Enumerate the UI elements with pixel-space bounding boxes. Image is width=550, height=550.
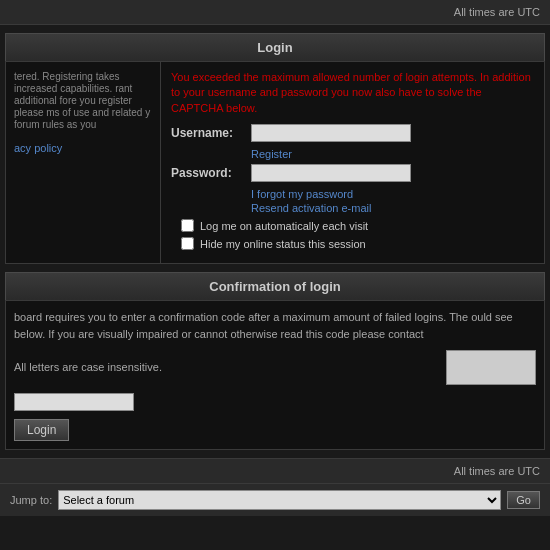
hide-status-label: Hide my online status this session [200, 238, 366, 250]
username-label: Username: [171, 126, 251, 140]
forum-select[interactable]: Select a forum [58, 490, 501, 510]
captcha-input-row [14, 393, 536, 411]
register-link[interactable]: Register [251, 148, 534, 160]
error-message: You exceeded the maximum allowed number … [171, 70, 534, 116]
right-panel: You exceeded the maximum allowed number … [161, 62, 544, 263]
username-row: Username: [171, 124, 534, 142]
confirmation-description: board requires you to enter a confirmati… [14, 309, 536, 342]
auto-login-label: Log me on automatically each visit [200, 220, 368, 232]
captcha-area: All letters are case insensitive. [14, 350, 536, 385]
hide-status-row: Hide my online status this session [181, 237, 534, 250]
captcha-text: All letters are case insensitive. [14, 359, 436, 376]
top-bar-text: All times are UTC [454, 6, 540, 18]
password-row: Password: [171, 164, 534, 182]
captcha-input[interactable] [14, 393, 134, 411]
login-button-row: Login [14, 419, 536, 441]
login-section-header: Login [5, 33, 545, 61]
auto-login-checkbox[interactable] [181, 219, 194, 232]
auto-login-row: Log me on automatically each visit [181, 219, 534, 232]
username-input[interactable] [251, 124, 411, 142]
confirmation-section-header: Confirmation of login [5, 272, 545, 300]
jump-bar: Jump to: Select a forum Go [0, 483, 550, 516]
captcha-image [446, 350, 536, 385]
bottom-bar-text: All times are UTC [454, 465, 540, 477]
privacy-policy-link[interactable]: acy policy [14, 142, 62, 154]
left-panel-text: tered. Registering takes increased capab… [14, 71, 150, 130]
resend-activation-link[interactable]: Resend activation e-mail [251, 202, 534, 214]
go-button[interactable]: Go [507, 491, 540, 509]
forgot-password-link[interactable]: I forgot my password [251, 188, 534, 200]
password-input[interactable] [251, 164, 411, 182]
password-label: Password: [171, 166, 251, 180]
left-panel: tered. Registering takes increased capab… [6, 62, 161, 263]
bottom-bar: All times are UTC [0, 458, 550, 483]
confirmation-container: board requires you to enter a confirmati… [5, 300, 545, 450]
login-button[interactable]: Login [14, 419, 69, 441]
top-bar: All times are UTC [0, 0, 550, 25]
jump-to-label: Jump to: [10, 494, 52, 506]
hide-status-checkbox[interactable] [181, 237, 194, 250]
